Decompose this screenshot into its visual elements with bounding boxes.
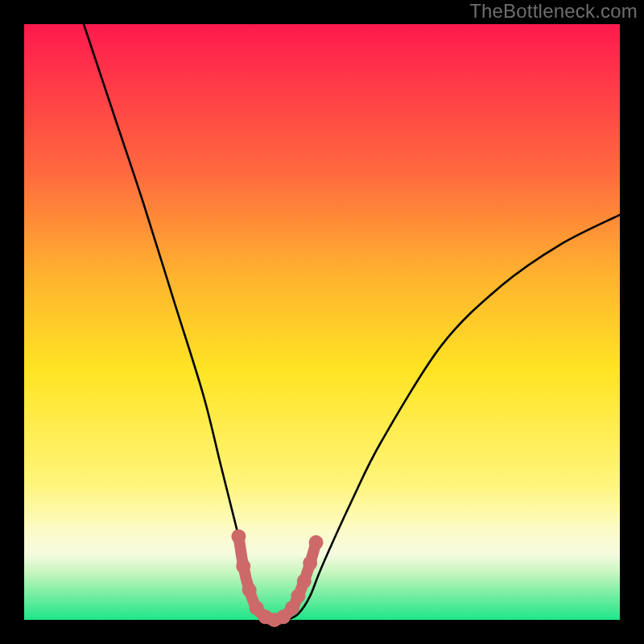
valley-marker-dot <box>236 559 250 573</box>
plot-area <box>24 24 620 620</box>
chart-frame: TheBottleneck.com <box>0 0 644 644</box>
valley-marker-dot <box>291 588 305 603</box>
valley-marker-dot <box>309 535 324 550</box>
valley-marker-dot <box>242 583 257 597</box>
valley-marker-dot <box>297 574 312 588</box>
chart-svg <box>24 24 620 620</box>
valley-marker-dot <box>303 556 317 571</box>
valley-marker-dot <box>231 529 246 543</box>
watermark-text: TheBottleneck.com <box>469 0 638 23</box>
bottleneck-curve-path <box>84 24 620 621</box>
